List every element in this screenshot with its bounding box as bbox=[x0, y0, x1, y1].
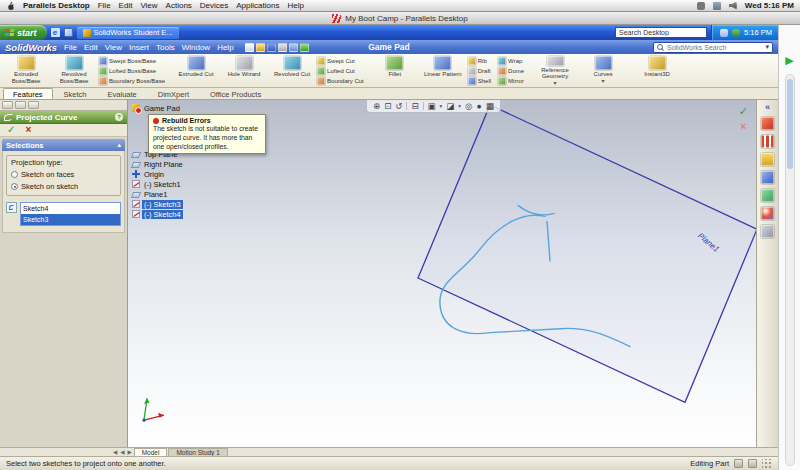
units-status-icon[interactable] bbox=[734, 459, 743, 468]
graphics-viewport[interactable]: ⊕ ⊡ ↺ ⊟ ▣ ▾ ◪ ▾ ◎ ● ▦ bbox=[128, 100, 756, 447]
fillet-button[interactable]: Fillet bbox=[372, 55, 418, 86]
display-style-dropdown-icon[interactable]: ▾ bbox=[458, 103, 461, 109]
curves-button[interactable]: Curves ▾ bbox=[580, 55, 626, 86]
sw-menu-edit[interactable]: Edit bbox=[84, 43, 98, 52]
radio-sketch-on-faces[interactable]: Sketch on faces bbox=[11, 170, 116, 179]
tree-item-sketch4[interactable]: (-) Sketch4 bbox=[132, 209, 185, 219]
sw-menu-file[interactable]: File bbox=[64, 43, 77, 52]
new-document-icon[interactable] bbox=[245, 43, 254, 52]
boundary-boss-base-button[interactable]: Boundary Boss/Base bbox=[99, 76, 165, 85]
apply-scene-icon[interactable]: ▦ bbox=[486, 101, 494, 111]
menu-bar-clock[interactable]: Wed 5:16 PM bbox=[745, 1, 794, 10]
tab-evaluate[interactable]: Evaluate bbox=[98, 88, 147, 99]
tab-sketch[interactable]: Sketch bbox=[54, 88, 97, 99]
view-orientation-icon[interactable]: ▣ bbox=[428, 101, 436, 111]
extruded-cut-button[interactable]: Extruded Cut bbox=[173, 55, 219, 86]
extruded-boss-base-button[interactable]: Extruded Boss/Base bbox=[3, 55, 49, 86]
dome-button[interactable]: Dome bbox=[498, 66, 524, 75]
reference-geometry-dropdown-icon[interactable]: ▾ bbox=[554, 80, 557, 86]
pm-cancel-button[interactable]: × bbox=[25, 125, 31, 135]
view-orientation-dropdown-icon[interactable]: ▾ bbox=[440, 103, 443, 109]
swept-boss-base-button[interactable]: Swept Boss/Base bbox=[99, 56, 165, 65]
plane1-face[interactable] bbox=[418, 105, 756, 402]
scroll-tabs-first-icon[interactable]: ◀ bbox=[112, 449, 118, 455]
mac-menu-file[interactable]: File bbox=[98, 1, 111, 10]
curves-dropdown-icon[interactable]: ▾ bbox=[602, 78, 605, 84]
file-explorer-icon[interactable] bbox=[761, 153, 774, 166]
selection-list-item[interactable]: Sketch3 bbox=[21, 214, 120, 225]
mirror-button[interactable]: Mirror bbox=[498, 76, 524, 85]
previous-view-icon[interactable]: ↺ bbox=[395, 101, 402, 111]
taskbar-task-solidworks[interactable]: SolidWorks Student E... bbox=[77, 27, 179, 39]
linear-pattern-button[interactable]: Linear Pattern bbox=[420, 55, 466, 86]
pm-tab-appearances[interactable] bbox=[28, 101, 39, 109]
rib-button[interactable]: Rib bbox=[468, 56, 491, 65]
mac-menu-devices[interactable]: Devices bbox=[200, 1, 228, 10]
view-palette-icon[interactable] bbox=[761, 189, 774, 202]
pm-tab-configurations[interactable] bbox=[15, 101, 26, 109]
confirmation-ok-icon[interactable]: ✓ bbox=[739, 105, 748, 118]
tab-dimxpert[interactable]: DimXpert bbox=[148, 88, 199, 99]
mac-menu-help[interactable]: Help bbox=[287, 1, 303, 10]
print-icon[interactable] bbox=[278, 43, 287, 52]
solidworks-resources-icon[interactable] bbox=[761, 117, 774, 130]
selection-list-item[interactable]: Sketch4 bbox=[21, 203, 120, 214]
tray-parallels-icon[interactable] bbox=[720, 29, 728, 37]
mac-menu-edit[interactable]: Edit bbox=[119, 1, 133, 10]
revolved-cut-button[interactable]: Revolved Cut bbox=[269, 55, 315, 86]
mac-scrollbar-thumb[interactable] bbox=[787, 79, 793, 169]
scroll-tabs-next-icon[interactable]: ▶ bbox=[126, 449, 132, 455]
hide-show-items-icon[interactable]: ◎ bbox=[465, 101, 472, 111]
appearances-scenes-icon[interactable] bbox=[761, 207, 774, 220]
show-desktop-quicklaunch-icon[interactable] bbox=[64, 28, 73, 37]
parallels-window-titlebar[interactable]: My Boot Camp - Parallels Desktop bbox=[0, 12, 800, 25]
parallels-play-icon[interactable]: ▶ bbox=[785, 55, 793, 66]
start-button[interactable]: start bbox=[0, 25, 47, 40]
undo-icon[interactable] bbox=[289, 43, 298, 52]
sw-menu-tools[interactable]: Tools bbox=[156, 43, 175, 52]
sw-menu-help[interactable]: Help bbox=[217, 43, 233, 52]
volume-menu-extra-icon[interactable] bbox=[729, 2, 737, 10]
tab-motion-study-1[interactable]: Motion Study 1 bbox=[168, 448, 227, 456]
selections-collapse-icon[interactable]: ▴ bbox=[117, 141, 121, 149]
hole-wizard-button[interactable]: Hole Wizard bbox=[221, 55, 267, 86]
lofted-cut-button[interactable]: Lofted Cut bbox=[317, 66, 364, 75]
tags-status-icon[interactable] bbox=[748, 459, 757, 468]
bluetooth-menu-extra-icon[interactable] bbox=[713, 2, 721, 10]
tray-security-icon[interactable] bbox=[732, 29, 740, 37]
revolved-boss-base-button[interactable]: Revolved Boss/Base bbox=[51, 55, 97, 86]
design-library-icon[interactable] bbox=[761, 135, 774, 148]
tree-root[interactable]: Game Pad bbox=[132, 103, 262, 113]
tree-item-right-plane[interactable]: Right Plane bbox=[132, 159, 185, 169]
tree-item-sketch1[interactable]: (-) Sketch1 bbox=[132, 179, 185, 189]
sketch-selection-listbox[interactable]: Sketch4 Sketch3 bbox=[20, 202, 121, 226]
sw-menu-window[interactable]: Window bbox=[182, 43, 210, 52]
taskpane-collapse-icon[interactable]: « bbox=[765, 103, 770, 112]
radio-sketch-on-faces-dot[interactable] bbox=[11, 171, 18, 178]
zoom-to-fit-icon[interactable]: ⊕ bbox=[373, 101, 380, 111]
section-view-icon[interactable]: ⊟ bbox=[411, 101, 418, 111]
mac-menu-actions[interactable]: Actions bbox=[166, 1, 192, 10]
edit-appearance-icon[interactable]: ● bbox=[477, 101, 482, 111]
boundary-cut-button[interactable]: Boundary Cut bbox=[317, 76, 364, 85]
radio-sketch-on-sketch-dot[interactable] bbox=[11, 183, 18, 190]
scroll-tabs-prev-icon[interactable]: ◀ bbox=[119, 449, 125, 455]
display-style-icon[interactable]: ◪ bbox=[446, 101, 454, 111]
mac-menu-parallels-desktop[interactable]: Parallels Desktop bbox=[23, 1, 90, 10]
tree-item-origin[interactable]: Origin bbox=[132, 169, 185, 179]
save-icon[interactable] bbox=[267, 43, 276, 52]
instant3d-button[interactable]: Instant3D bbox=[634, 55, 680, 86]
tree-item-sketch3[interactable]: (-) Sketch3 bbox=[132, 199, 185, 209]
swept-cut-button[interactable]: Swept Cut bbox=[317, 56, 364, 65]
mac-menu-applications[interactable]: Applications bbox=[236, 1, 279, 10]
mac-menu-view[interactable]: View bbox=[140, 1, 157, 10]
selections-section-header[interactable]: Selections ▴ bbox=[2, 139, 125, 151]
sw-menu-insert[interactable]: Insert bbox=[129, 43, 149, 52]
display-menu-extra-icon[interactable] bbox=[697, 2, 705, 10]
pm-ok-button[interactable]: ✓ bbox=[7, 125, 15, 135]
shell-button[interactable]: Shell bbox=[468, 76, 491, 85]
mac-scrollbar[interactable] bbox=[785, 74, 795, 466]
tab-features[interactable]: Features bbox=[3, 88, 53, 99]
draft-button[interactable]: Draft bbox=[468, 66, 491, 75]
search-dropdown-icon[interactable]: ▾ bbox=[765, 43, 769, 51]
